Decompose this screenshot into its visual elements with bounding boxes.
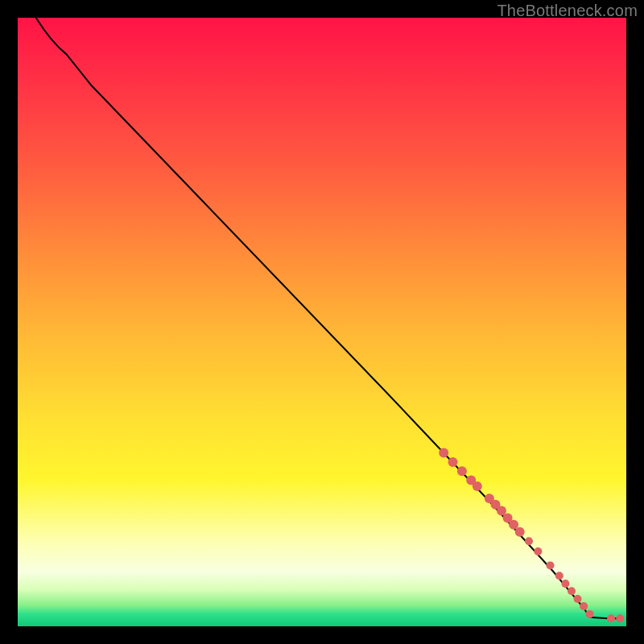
data-marker: [561, 580, 569, 588]
curve-line: [36, 18, 621, 618]
data-marker: [555, 572, 564, 580]
data-marker: [574, 595, 582, 603]
data-marker: [586, 610, 594, 618]
data-marker: [448, 457, 458, 467]
chart-overlay: [18, 18, 626, 626]
data-marker: [525, 537, 533, 545]
curve-path: [36, 18, 621, 618]
data-markers: [439, 448, 624, 623]
data-marker: [607, 614, 615, 622]
data-marker: [568, 587, 576, 595]
data-marker: [616, 614, 624, 622]
data-marker: [457, 466, 467, 476]
data-marker: [547, 561, 555, 569]
data-marker: [515, 527, 525, 537]
data-marker: [473, 481, 482, 491]
data-marker: [534, 547, 542, 555]
data-marker: [439, 448, 448, 458]
chart-stage: TheBottleneck.com: [0, 0, 644, 644]
data-marker: [580, 602, 588, 610]
